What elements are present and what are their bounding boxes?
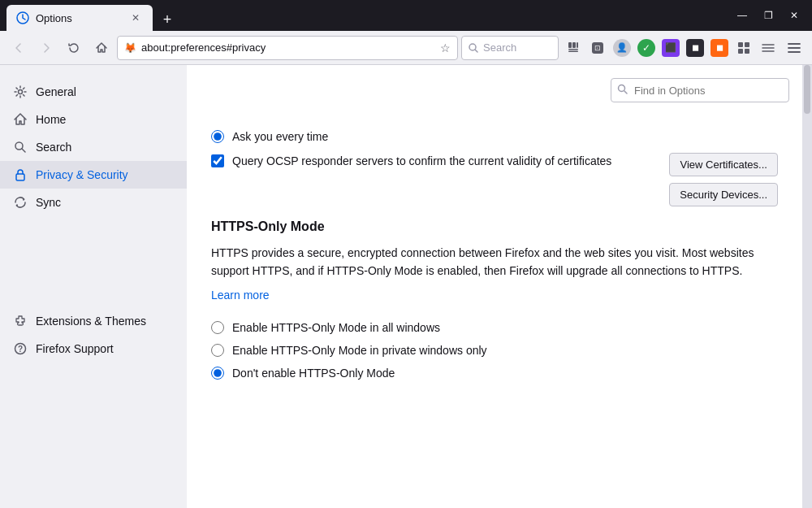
bookmarks-icon[interactable] <box>562 37 585 59</box>
verified-icon[interactable]: ✓ <box>635 37 658 59</box>
address-text: about:preferences#privacy <box>141 41 435 54</box>
tab-favicon-icon <box>16 11 29 24</box>
tab-title-label: Options <box>36 12 122 24</box>
dark-icon: ◼ <box>686 39 704 57</box>
svg-rect-6 <box>568 50 578 52</box>
ocsp-checkbox[interactable] <box>211 154 224 167</box>
window-controls: — ❐ ✕ <box>731 7 806 24</box>
https-all-windows-row: Enable HTTPS-Only Mode in all windows <box>211 321 778 334</box>
https-private-only-radio[interactable] <box>211 344 224 357</box>
sidebar-item-general[interactable]: General <box>0 78 187 106</box>
search-magnifier-icon <box>469 43 478 53</box>
content-area: Ask you every time Query OCSP responder … <box>187 65 802 508</box>
view-certificates-button[interactable]: View Certificates... <box>669 153 778 176</box>
grid-icon <box>738 42 749 54</box>
avatar-icon[interactable]: 👤 <box>611 37 633 59</box>
privacy-label: Privacy & Security <box>36 168 128 181</box>
firefox-icon: 🦊 <box>124 42 136 54</box>
search-bar[interactable]: Search <box>461 36 559 60</box>
user-avatar: 👤 <box>613 39 631 57</box>
https-all-windows-radio[interactable] <box>211 321 224 334</box>
ask-every-time-label[interactable]: Ask you every time <box>232 130 328 143</box>
sidebar-item-privacy[interactable]: Privacy & Security <box>0 161 187 189</box>
find-in-options-input[interactable] <box>611 78 789 102</box>
support-label: Firefox Support <box>36 342 114 355</box>
close-window-button[interactable]: ✕ <box>783 7 806 24</box>
svg-rect-2 <box>568 42 572 48</box>
home-button[interactable] <box>89 37 114 59</box>
search-bar-placeholder: Search <box>483 41 516 54</box>
learn-more-link[interactable]: Learn more <box>211 289 270 302</box>
https-private-only-row: Enable HTTPS-Only Mode in private window… <box>211 344 778 357</box>
https-title: HTTPS-Only Mode <box>211 219 778 234</box>
ocsp-checkbox-row: Query OCSP responder servers to confirm … <box>211 153 669 170</box>
cert-buttons-column: View Certificates... Security Devices... <box>669 153 778 206</box>
search-label: Search <box>36 141 71 154</box>
dark-extension-icon[interactable]: ◼ <box>684 37 706 59</box>
find-search-icon <box>617 84 628 97</box>
ask-every-time-radio[interactable] <box>211 130 224 143</box>
https-dont-enable-label[interactable]: Don't enable HTTPS-Only Mode <box>232 367 395 380</box>
scrollbar-thumb[interactable] <box>804 65 810 114</box>
scrollbar-track[interactable] <box>802 65 812 508</box>
https-dont-enable-row: Don't enable HTTPS-Only Mode <box>211 367 778 380</box>
maximize-button[interactable]: ❐ <box>757 7 780 24</box>
security-devices-button[interactable]: Security Devices... <box>669 183 778 206</box>
minimize-button[interactable]: — <box>731 7 754 24</box>
svg-point-9 <box>19 90 23 94</box>
svg-text:⊡: ⊡ <box>594 44 601 52</box>
find-input-wrapper <box>611 78 789 102</box>
back-button[interactable] <box>6 37 31 59</box>
svg-rect-5 <box>568 49 578 50</box>
grid-extensions-icon[interactable] <box>732 37 755 59</box>
verified-check-icon: ✓ <box>637 39 655 57</box>
extension-icon: ⬛ <box>662 39 680 57</box>
home-label: Home <box>36 113 66 126</box>
ocsp-cert-row: Query OCSP responder servers to confirm … <box>211 153 778 206</box>
svg-rect-4 <box>577 42 578 48</box>
search-sidebar-icon <box>13 140 28 154</box>
bookmark-star-icon[interactable]: ☆ <box>440 41 451 54</box>
find-in-options-bar <box>611 78 789 102</box>
app-menu-button[interactable] <box>783 37 806 59</box>
home-sidebar-icon <box>13 112 28 127</box>
section-content: Ask you every time Query OCSP responder … <box>211 130 778 380</box>
reload-button[interactable] <box>62 37 86 59</box>
support-icon: ? <box>13 341 28 356</box>
sync-sidebar-icon <box>13 195 28 210</box>
tab-bar: Options ✕ + <box>6 0 726 31</box>
sidebar-item-support[interactable]: ? Firefox Support <box>0 335 187 363</box>
ask-every-time-row: Ask you every time <box>211 130 778 143</box>
sync-icon[interactable]: ⊡ <box>586 37 609 59</box>
extensions-icon <box>13 314 28 328</box>
https-only-section: HTTPS-Only Mode HTTPS provides a secure,… <box>211 219 778 380</box>
sidebar-item-extensions[interactable]: Extensions & Themes <box>0 307 187 335</box>
forward-button[interactable] <box>34 37 58 59</box>
general-icon <box>13 85 28 99</box>
purple-extension-icon[interactable]: ⬛ <box>659 37 682 59</box>
title-bar: Options ✕ + — ❐ ✕ <box>0 0 812 31</box>
tab-close-button[interactable]: ✕ <box>128 11 143 25</box>
address-bar[interactable]: 🦊 about:preferences#privacy ☆ <box>117 36 458 60</box>
https-desc: HTTPS provides a secure, encrypted conne… <box>211 244 778 280</box>
https-dont-enable-radio[interactable] <box>211 367 224 380</box>
ocsp-label: Query OCSP responder servers to confirm … <box>232 153 611 170</box>
https-all-windows-label[interactable]: Enable HTTPS-Only Mode in all windows <box>232 321 440 334</box>
main-layout: General Home Search Privacy & Security S… <box>0 65 812 508</box>
overflow-button[interactable] <box>757 37 780 59</box>
svg-rect-11 <box>16 174 24 180</box>
sidebar-item-sync[interactable]: Sync <box>0 189 187 216</box>
extensions-label: Extensions & Themes <box>36 315 146 328</box>
active-tab[interactable]: Options ✕ <box>6 5 153 31</box>
orange-extension-icon[interactable]: ◼ <box>708 37 731 59</box>
sidebar-item-home[interactable]: Home <box>0 106 187 133</box>
svg-point-14 <box>619 85 625 92</box>
privacy-lock-icon <box>13 167 28 182</box>
https-private-only-label[interactable]: Enable HTTPS-Only Mode in private window… <box>232 344 487 357</box>
sidebar: General Home Search Privacy & Security S… <box>0 65 187 508</box>
sidebar-item-search[interactable]: Search <box>0 133 187 161</box>
orange-icon: ◼ <box>710 39 728 57</box>
navigation-bar: 🦊 about:preferences#privacy ☆ Search ⊡ 👤… <box>0 31 812 65</box>
new-tab-button[interactable]: + <box>156 8 179 31</box>
svg-text:?: ? <box>18 345 23 354</box>
